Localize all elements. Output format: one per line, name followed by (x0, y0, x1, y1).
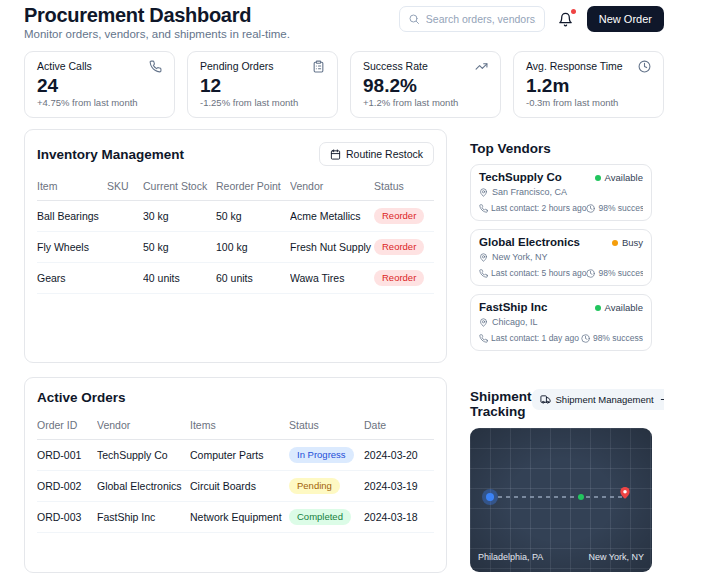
stat-card-pending-orders: Pending Orders 12 -1.25% from last month (187, 51, 338, 118)
sku-cell (107, 232, 143, 263)
vendor-location: New York, NY (492, 252, 548, 262)
phone-icon (149, 60, 162, 73)
column-header: Order ID (37, 411, 97, 440)
page-title: Procurement Dashboard (24, 5, 290, 25)
vendor-success-rate: 98% success (598, 203, 643, 213)
status-badge: Reorder (374, 239, 424, 255)
vendor-last-contact: Last contact: 1 day ago (491, 333, 579, 343)
map-pin-icon (479, 253, 488, 262)
vendor-cell: Acme Metallics (290, 201, 374, 232)
new-order-button[interactable]: New Order (587, 6, 664, 32)
stat-change: -0.3m from last month (526, 98, 651, 108)
destination-label: New York, NY (588, 552, 644, 562)
order-id-cell: ORD-003 (37, 502, 97, 533)
status-badge: Reorder (374, 270, 424, 286)
inventory-management-card: Inventory Management Routine Restock Ite… (24, 129, 447, 363)
waypoint-marker (578, 494, 584, 500)
clipboard-icon (312, 60, 325, 73)
routine-restock-button[interactable]: Routine Restock (319, 142, 434, 166)
shipment-management-button[interactable]: Shipment Management (532, 389, 664, 410)
table-row: ORD-001 TechSupply Co Computer Parts In … (37, 440, 434, 471)
column-header: SKU (107, 172, 143, 201)
current-stock-cell: 30 kg (143, 201, 216, 232)
notifications-button[interactable] (553, 6, 579, 32)
status-cell: Reorder (374, 263, 434, 294)
clock-icon (586, 269, 595, 278)
arrow-right-icon (659, 394, 664, 405)
search-box[interactable] (399, 6, 545, 32)
table-header-row: Order ID Vendor Items Status Date (37, 411, 434, 440)
sku-cell (107, 263, 143, 294)
clock-icon (638, 60, 651, 73)
phone-icon (479, 204, 488, 213)
date-cell: 2024-03-19 (364, 471, 434, 502)
vendor-cell: FastShip Inc (97, 502, 190, 533)
top-vendors-section: Top Vendors TechSupply Co Available San … (458, 129, 664, 363)
trending-up-icon (475, 60, 488, 73)
status-badge: In Progress (289, 447, 354, 463)
table-row: Fly Wheels 50 kg 100 kg Fresh Nut Supply… (37, 232, 434, 263)
shipment-tracking-title: Shipment Tracking (470, 389, 532, 419)
page-subtitle: Monitor orders, vendors, and shipments i… (24, 28, 290, 41)
vendor-success-rate: 98% success (593, 333, 643, 343)
vendor-name: TechSupply Co (479, 171, 562, 184)
stat-change: +1.2% from last month (363, 98, 488, 108)
vendor-last-contact: Last contact: 2 hours ago (491, 203, 586, 213)
vendor-card: TechSupply Co Available San Francisco, C… (470, 164, 652, 221)
status-badge: Reorder (374, 208, 424, 224)
phone-icon (479, 269, 488, 278)
vendor-name: Global Electronics (479, 236, 580, 249)
status-cell: In Progress (289, 440, 364, 471)
vendor-cell: Fresh Nut Supply (290, 232, 374, 263)
vendor-success-rate: 98% success (598, 268, 643, 278)
vendor-cell: Wawa Tires (290, 263, 374, 294)
stat-value: 24 (37, 76, 162, 96)
routine-restock-label: Routine Restock (346, 148, 423, 160)
notification-dot (571, 9, 576, 14)
shipment-management-label: Shipment Management (556, 394, 654, 405)
status-dot (595, 175, 601, 181)
vendor-status-label: Available (605, 172, 643, 183)
stat-label: Active Calls (37, 61, 92, 72)
top-bar: Procurement Dashboard Monitor orders, ve… (24, 5, 664, 41)
column-header: Vendor (97, 411, 190, 440)
stat-value: 12 (200, 76, 325, 96)
search-input[interactable] (400, 7, 544, 31)
table-row: Gears 40 units 60 units Wawa Tires Reord… (37, 263, 434, 294)
column-header: Item (37, 172, 107, 201)
clock-icon (581, 334, 590, 343)
topbar-actions: New Order (399, 5, 664, 32)
column-header: Date (364, 411, 434, 440)
status-cell: Reorder (374, 232, 434, 263)
table-row: Ball Bearings 30 kg 50 kg Acme Metallics… (37, 201, 434, 232)
order-id-cell: ORD-002 (37, 471, 97, 502)
status-cell: Reorder (374, 201, 434, 232)
orders-table: Order ID Vendor Items Status Date ORD-00… (37, 411, 434, 533)
stat-card-avg-response-time: Avg. Response Time 1.2m -0.3m from last … (513, 51, 664, 118)
stat-change: +4.75% from last month (37, 98, 162, 108)
stat-label: Avg. Response Time (526, 61, 623, 72)
phone-icon (479, 334, 488, 343)
sku-cell (107, 201, 143, 232)
column-header: Status (374, 172, 434, 201)
active-orders-card: Active Orders Order ID Vendor Items Stat… (24, 377, 447, 573)
items-cell: Circuit Boards (190, 471, 289, 502)
map-pin-icon (479, 188, 488, 197)
inventory-title: Inventory Management (37, 147, 184, 162)
stat-label: Success Rate (363, 61, 428, 72)
column-header: Status (289, 411, 364, 440)
search-icon (408, 13, 420, 25)
date-cell: 2024-03-18 (364, 502, 434, 533)
vendor-status-label: Busy (622, 237, 643, 248)
date-cell: 2024-03-20 (364, 440, 434, 471)
vendor-status-label: Available (605, 302, 643, 313)
shipment-map: Philadelphia, PA New York, NY (470, 428, 652, 572)
vendor-cell: TechSupply Co (97, 440, 190, 471)
column-header: Reorder Point (216, 172, 290, 201)
shipment-tracking-section: Shipment Tracking Shipment Management Ph… (458, 377, 664, 573)
status-dot (612, 240, 618, 246)
vendor-status: Busy (612, 237, 643, 248)
stat-value: 98.2% (363, 76, 488, 96)
top-vendors-title: Top Vendors (470, 141, 652, 156)
map-pin-icon (479, 318, 488, 327)
